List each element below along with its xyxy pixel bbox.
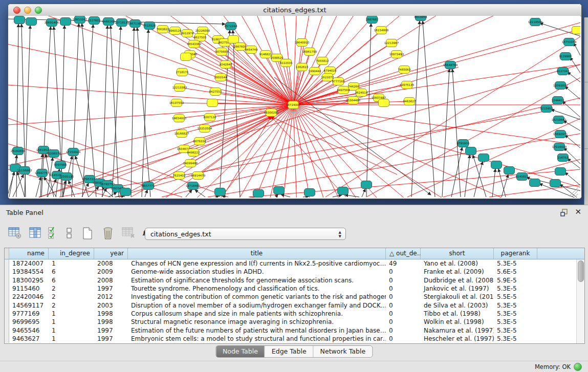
graph-node-9227343[interactable]: 9227343: [557, 68, 570, 75]
graph-node-18300295[interactable]: 18300295: [264, 109, 279, 117]
graph-node[interactable]: [120, 188, 131, 196]
show-columns-icon[interactable]: [29, 227, 41, 239]
graph-node[interactable]: [228, 36, 239, 43]
graph-node[interactable]: [466, 147, 476, 155]
graph-node-8960128[interactable]: 8960128: [169, 27, 182, 35]
delete-table-icon[interactable]: [122, 227, 135, 239]
tab-edge-table[interactable]: Edge Table: [265, 346, 314, 357]
scrollbar-thumb[interactable]: [578, 260, 584, 282]
table-row[interactable]: 977716911998Corpus callosum shape and si…: [5, 310, 584, 318]
graph-node-116753[interactable]: 116753: [557, 154, 569, 162]
graph-node-12218506[interactable]: 12218506: [528, 18, 543, 26]
graph-node[interactable]: [379, 99, 389, 107]
graph-node-6497568[interactable]: 6497568: [337, 86, 350, 94]
citation-network-graph[interactable]: 3069140610853267152760264661601071913516…: [8, 16, 580, 198]
graph-node[interactable]: [338, 187, 349, 195]
graph-node[interactable]: [181, 53, 191, 61]
delete-column-icon[interactable]: [102, 227, 114, 240]
graph-node[interactable]: [253, 190, 264, 198]
graph-node-15692971[interactable]: 15692971: [553, 130, 568, 138]
graph-node[interactable]: [26, 18, 37, 26]
table-vertical-scrollbar[interactable]: [576, 259, 584, 343]
graph-node-12213383[interactable]: 12213383: [172, 84, 187, 92]
graph-node-12093832[interactable]: 12093832: [553, 82, 568, 90]
column-header-out_de[interactable]: △ out_de…: [386, 248, 421, 259]
table-row[interactable]: 946554611997Estimation of the future num…: [5, 326, 584, 335]
graph-node-12975135[interactable]: 12975135: [400, 81, 415, 89]
graph-node[interactable]: [60, 18, 71, 26]
graph-node-16648784[interactable]: 16648784: [443, 61, 458, 69]
table-row[interactable]: 1938455462009Genome-wide association stu…: [5, 268, 584, 276]
column-header-in_degree[interactable]: in_degree: [49, 248, 94, 259]
select-all-columns-icon[interactable]: [48, 227, 58, 240]
graph-node-16543382[interactable]: 16543382: [187, 40, 201, 48]
graph-node[interactable]: [215, 188, 226, 196]
graph-node-17016504[interactable]: 17016504: [552, 143, 567, 151]
graph-node-7485063[interactable]: 7485063: [398, 66, 411, 74]
column-header-pagerank[interactable]: pagerank: [494, 248, 537, 259]
memory-indicator[interactable]: [574, 363, 582, 371]
graph-node-8267130[interactable]: 8267130: [204, 114, 216, 121]
graph-node-16154808[interactable]: 16154808: [374, 27, 389, 34]
table-row[interactable]: 2242004622012Investigating the contribut…: [5, 293, 584, 301]
graph-node-6466160[interactable]: 6466160: [102, 18, 115, 26]
graph-node-2887682[interactable]: 2887682: [366, 16, 379, 24]
network-canvas[interactable]: 3069140610853267152760264661601071913516…: [8, 16, 580, 198]
graph-node[interactable]: [361, 181, 372, 189]
graph-node-9245022[interactable]: 9245022: [516, 173, 529, 181]
graph-node-9129966[interactable]: 9129966: [559, 53, 572, 60]
close-panel-icon[interactable]: ✕: [575, 208, 581, 216]
table-selector-dropdown[interactable]: citations_edges.txt ▲▼: [145, 228, 346, 240]
graph-node-9397588[interactable]: 9397588: [54, 161, 67, 169]
graph-node-8912974[interactable]: 8912974: [181, 30, 194, 37]
graph-node-16107553[interactable]: 16107553: [169, 99, 184, 107]
graph-node-20206576[interactable]: 20206576: [47, 150, 61, 158]
graph-node-8813054[interactable]: 8813054: [415, 16, 427, 21]
graph-node[interactable]: [207, 99, 218, 107]
graph-node[interactable]: [304, 189, 315, 196]
table-row[interactable]: 911546021997Tourette syndrome. Phenomeno…: [5, 285, 584, 293]
graph-node-11156863[interactable]: 11156863: [17, 167, 32, 174]
float-panel-icon[interactable]: [560, 209, 569, 216]
graph-node-16961758[interactable]: 16961758: [302, 48, 317, 56]
graph-node[interactable]: [555, 168, 566, 176]
graph-node-16671385[interactable]: 16671385: [128, 20, 143, 28]
column-header-short[interactable]: short: [421, 248, 494, 259]
graph-node-7625402[interactable]: 7625402: [173, 172, 186, 180]
graph-node-20364486[interactable]: 20364486: [346, 97, 361, 104]
graph-node-2803144[interactable]: 2803144: [214, 74, 227, 81]
graph-node-10853267[interactable]: 10853267: [73, 16, 88, 24]
table-row[interactable]: 1830029562008Estimation of significance …: [5, 276, 584, 285]
unselect-all-columns-icon[interactable]: [66, 227, 73, 240]
new-column-icon[interactable]: [82, 227, 93, 240]
graph-node-1527602[interactable]: 1527602: [88, 17, 101, 25]
graph-node-9777169[interactable]: 9777169: [332, 78, 345, 85]
graph-node-16210643[interactable]: 16210643: [552, 116, 567, 124]
graph-node-18724007[interactable]: 18724007: [286, 101, 301, 109]
graph-node-12505135[interactable]: 12505135: [59, 173, 74, 181]
graph-node-5875685[interactable]: 5875685: [215, 48, 228, 56]
graph-node-19654913[interactable]: 19654913: [172, 115, 187, 122]
graph-node-8215953[interactable]: 8215953: [540, 105, 553, 113]
graph-node-13353504[interactable]: 13353504: [198, 125, 212, 133]
tab-network-table[interactable]: Network Table: [314, 346, 373, 357]
network-view-window[interactable]: citations_edges.txt 30691406108532671527…: [8, 4, 582, 199]
graph-node-17359924[interactable]: 17359924: [66, 148, 81, 156]
graph-node-19166827[interactable]: 19166827: [175, 130, 189, 138]
graph-node-8427552[interactable]: 8427552: [209, 88, 222, 96]
graph-node[interactable]: [530, 179, 540, 187]
graph-node-8222035[interactable]: 8222035: [280, 59, 293, 67]
graph-node-2718176[interactable]: 2718176: [176, 69, 189, 76]
graph-node-9857771[interactable]: 9857771: [142, 182, 155, 190]
graph-node-7515526[interactable]: 7515526: [143, 22, 156, 30]
graph-node-8572244[interactable]: 8572244: [225, 23, 237, 30]
column-header-title[interactable]: title: [128, 248, 386, 259]
graph-node-1362615[interactable]: 1362615: [296, 63, 309, 71]
graph-node-7955812[interactable]: 7955812: [316, 57, 329, 65]
graph-node[interactable]: [274, 187, 285, 194]
graph-node-18640910[interactable]: 18640910: [295, 39, 310, 47]
graph-node-10719135[interactable]: 10719135: [115, 19, 129, 27]
table-row[interactable]: 1456911722003Disruption of a novel membe…: [5, 301, 584, 310]
graph-node[interactable]: [550, 180, 561, 187]
graph-node[interactable]: [14, 16, 25, 24]
